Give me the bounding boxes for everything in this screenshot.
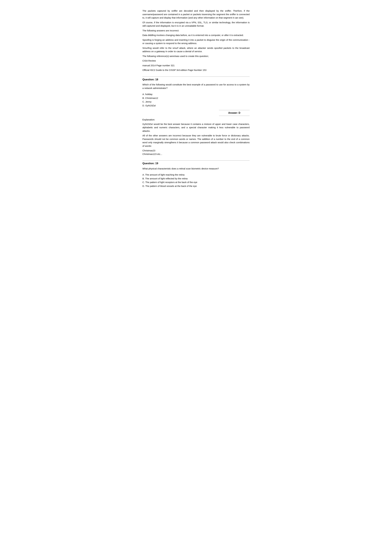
answer-18-block: Answer: D: [142, 110, 250, 116]
explanation-18-text-2: All of the other answers are incorrect b…: [142, 134, 250, 148]
option-19-c: C. The pattern of light receptors at the…: [142, 180, 250, 184]
question-18-section: Question: 18 Which of the following woul…: [142, 76, 250, 156]
option-19-d: D. The pattern of blood vessels at the b…: [142, 184, 250, 188]
question-18-text: Which of the following would constitute …: [142, 83, 250, 90]
question-18-header: Question: 18: [142, 78, 250, 82]
option-19-b: B. The amount of light reflected by the …: [142, 177, 250, 180]
question-19-options: A. The amount of light reaching the reti…: [142, 173, 250, 188]
option-18-c: C. Jenny: [142, 100, 250, 104]
option-19-a: A. The amount of light reaching the reti…: [142, 173, 250, 177]
explanation-18-text-4: Christmas123 etc...: [142, 152, 250, 156]
option-18-a: A. holiday: [142, 93, 250, 96]
intro-paragraph-2: Of course, if the information is encrypt…: [142, 21, 250, 28]
question-19-header: Question: 19: [142, 161, 250, 166]
answer-18-box: Answer: D: [219, 110, 250, 116]
intro-paragraph-9: manual 2014 Page number 321: [142, 64, 250, 67]
explanation-18-label: Explanation:: [142, 118, 250, 122]
question-19-text: What physical characteristic does a reti…: [142, 167, 250, 171]
question-18-options: A. holiday B. Christmas12 C. Jenny D. Gy…: [142, 93, 250, 107]
explanation-18-text-3: Christmas23: [142, 149, 250, 152]
page: The packets captured by sniffer are deco…: [130, 0, 262, 205]
intro-paragraph-5: Spoofing is forging an address and inser…: [142, 38, 250, 45]
intro-paragraph-8: CISA Review: [142, 59, 250, 62]
intro-paragraph-1: The packets captured by sniffer are deco…: [142, 9, 250, 20]
explanation-18-text-1: GyN19Za! would be the best answer becaus…: [142, 122, 250, 133]
intro-paragraph-7: The following reference(s) were/was used…: [142, 55, 250, 58]
intro-paragraph-3: The following answers are incorrect:: [142, 29, 250, 32]
intro-paragraph-6: Smurfing would refer to the smurf attack…: [142, 46, 250, 53]
intro-paragraph-4: Data diddling involves changing data bef…: [142, 34, 250, 37]
intro-paragraph-10: Official ISC2 Guide to the CISSP 3rd edi…: [142, 69, 250, 72]
divider-q18: [142, 76, 250, 77]
intro-section: The packets captured by sniffer are deco…: [142, 9, 250, 72]
option-18-b: B. Christmas12: [142, 97, 250, 100]
question-19-section: Question: 19 What physical characteristi…: [142, 160, 250, 188]
option-18-d: D. GyN19Za!: [142, 104, 250, 107]
